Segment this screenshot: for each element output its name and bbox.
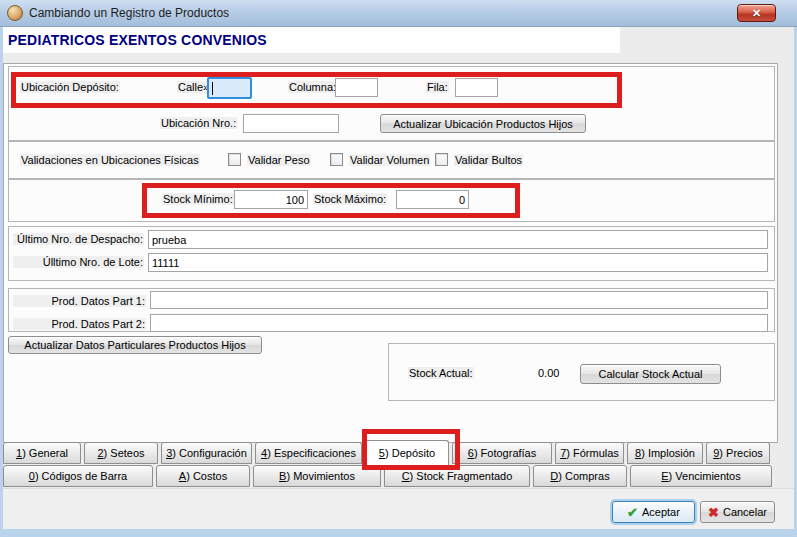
close-button[interactable]: ✕ [737,4,776,22]
tab-label: ) Fórmulas [566,447,619,459]
groupbox-stock [8,179,775,222]
app-icon [7,5,23,21]
check-icon: ✔ [627,506,638,519]
tab-label: ) Stock Fragmentado [410,470,513,482]
validar-peso-label: Validar Peso [247,154,311,166]
tab-formulas[interactable]: 7) Fórmulas [555,442,624,464]
text-caret [212,82,213,95]
tab-label: ) Precios [719,447,762,459]
tab-especificaciones[interactable]: 4) Especificaciones [255,442,362,464]
cancelar-label: Cancelar [723,506,767,518]
fila-input[interactable] [455,78,498,97]
tab-label: ) General [22,447,68,459]
calcular-stock-actual-button[interactable]: Calcular Stock Actual [580,364,721,384]
dialog-client-area: PEDIATRICOS EXENTOS CONVENIOS Ubicación … [3,27,794,529]
prod-datos-part1-input[interactable] [150,291,768,309]
dialog-window: Cambiando un Registro de Productos ✕ PED… [0,0,797,537]
cross-icon: ✖ [708,506,719,519]
tab-vencimientos[interactable]: E) Vencimientos [630,465,772,487]
tab-costos[interactable]: A) Costos [156,465,250,487]
actualizar-datos-particulares-button[interactable]: Actualizar Datos Particulares Productos … [8,336,262,354]
fila-label: Fila: [426,81,449,93]
tab-label: ) Depósito [385,447,435,459]
tab-fotografias[interactable]: 6) Fotografías [452,442,552,464]
tab-key: E [661,470,668,482]
tab-general[interactable]: 1) General [3,442,81,464]
tab-label: ) Configuración [172,447,247,459]
tab-label: ) Fotografías [474,447,536,459]
prod-datos-part1-label: Prod. Datos Part 1: [13,295,146,307]
validar-volumen-checkbox[interactable] [330,153,343,166]
tab-seteos[interactable]: 2) Seteos [84,442,158,464]
ubicacion-nro-label: Ubicación Nro.: [160,117,237,129]
stock-maximo-label: Stock Máximo: [313,193,387,205]
calle-label: Calle» [177,81,210,93]
validar-peso-checkbox[interactable] [228,153,241,166]
calle-input[interactable] [207,77,252,99]
stock-actual-value: 0.00 [538,367,559,379]
actualizar-ubicacion-button[interactable]: Actualizar Ubicación Productos Hijos [380,114,586,133]
window-title: Cambiando un Registro de Productos [29,6,229,20]
aceptar-button[interactable]: ✔ Aceptar [612,501,695,523]
tab-movimientos[interactable]: B) Movimientos [253,465,381,487]
columna-input[interactable] [335,78,378,97]
tab-implosion[interactable]: 8) Implosión [627,442,703,464]
tab-label: ) Compras [558,470,609,482]
tab-label: ) Seteos [104,447,145,459]
tab-compras[interactable]: D) Compras [533,465,627,487]
ubicacion-deposito-label: Ubicación Depósito: [20,81,120,93]
ultimo-lote-label: Úlltimo Nro. de Lote: [13,256,144,268]
ultimo-lote-input[interactable] [148,253,768,272]
tab-label: ) Movimientos [286,470,354,482]
validar-bultos-checkbox[interactable] [435,153,448,166]
tab-codigos-de-barra[interactable]: 0) Códigos de Barra [3,465,153,487]
stock-minimo-label: Stock Mínimo: [162,193,234,205]
tab-key: C [402,470,410,482]
validaciones-label: Validaciones en Ubicaciones Físicas [20,154,200,166]
tab-precios[interactable]: 9) Precios [706,442,770,464]
tab-deposito-active[interactable]: 5) Depósito [365,440,449,467]
ubicacion-nro-input[interactable] [243,114,339,133]
tab-strip-row2: 0) Códigos de Barra A) Costos B) Movimie… [3,465,775,488]
tab-stock-fragmentado[interactable]: C) Stock Fragmentado [384,465,530,487]
cancelar-button[interactable]: ✖ Cancelar [700,501,775,523]
prod-datos-part2-label: Prod. Datos Part 2: [13,318,146,330]
columna-label: Columna: [288,81,337,93]
validar-volumen-label: Validar Volumen [349,154,430,166]
tab-label: ) Implosión [641,447,695,459]
stock-maximo-input[interactable] [396,190,469,209]
stock-actual-label: Stock Actual: [408,367,474,379]
prod-datos-part2-input[interactable] [150,314,768,332]
ultimo-despacho-input[interactable] [148,230,768,249]
titlebar[interactable]: Cambiando un Registro de Productos ✕ [0,0,797,27]
tab-label: ) Especificaciones [267,447,356,459]
tab-label: ) Códigos de Barra [35,470,127,482]
validar-bultos-label: Validar Bultos [454,154,523,166]
tab-label: ) Costos [186,470,227,482]
tab-strip-row1: 1) General 2) Seteos 3) Configuración 4)… [3,442,773,465]
tab-configuracion[interactable]: 3) Configuración [161,442,252,464]
ultimo-despacho-label: Último Nro. de Despacho: [13,233,144,245]
stock-minimo-input[interactable] [234,190,308,209]
tab-label: ) Vencimientos [669,470,741,482]
page-title: PEDIATRICOS EXENTOS CONVENIOS [3,27,620,53]
aceptar-label: Aceptar [642,506,680,518]
